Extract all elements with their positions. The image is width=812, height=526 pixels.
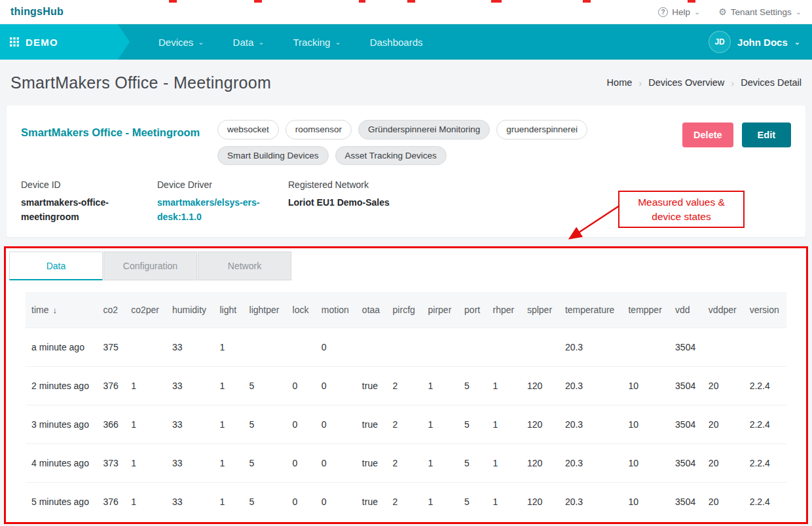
column-header-humidity[interactable]: humidity [166, 292, 213, 328]
table-cell: 10 [622, 482, 669, 521]
chevron-down-icon: ⌄ [694, 9, 700, 16]
tenant-switcher[interactable]: DEMO [0, 24, 130, 60]
column-header-time[interactable]: time↓ [26, 292, 97, 328]
device-card-top: SmartMakers Office - Meetingroom websock… [21, 117, 791, 165]
chevron-down-icon: ⌄ [335, 38, 341, 47]
table-cell: 1 [422, 443, 459, 482]
table-wrap: time↓co2co2perhumiditylightlightperlockm… [6, 280, 806, 521]
breadcrumb-item[interactable]: Devices Overview [648, 77, 724, 88]
nav-item-label: Dashboards [370, 37, 423, 48]
table-cell: 2 minutes ago [26, 366, 97, 405]
column-header-temperature[interactable]: temperature [559, 292, 623, 328]
column-header-pirper[interactable]: pirper [422, 292, 459, 328]
table-cell: 5 [244, 443, 287, 482]
device-field: Device Driversmartmakers/elsys-ers-desk:… [157, 179, 288, 224]
breadcrumb-separator: › [731, 77, 734, 88]
column-header-splper[interactable]: splper [521, 292, 559, 328]
delete-button[interactable]: Delete [682, 122, 733, 147]
device-tag[interactable]: gruenderspinnerei [496, 120, 587, 140]
table-cell: 1 [422, 366, 459, 405]
column-header-motion[interactable]: motion [316, 292, 356, 328]
nav-item-tracking[interactable]: Tracking⌄ [293, 37, 341, 48]
table-cell: 366 [97, 405, 125, 443]
table-cell: 1 [422, 482, 459, 521]
table-cell: 20.3 [559, 482, 623, 521]
field-value: smartmakers-office-meetingroom [21, 196, 138, 224]
tab-data[interactable]: Data [9, 252, 103, 280]
column-header-rhper[interactable]: rhper [487, 292, 521, 328]
crop-artifact [491, 0, 502, 3]
device-tag[interactable]: websocket [217, 120, 279, 140]
column-header-vddper[interactable]: vddper [703, 292, 744, 328]
table-cell: true [356, 405, 387, 443]
brand-logo[interactable]: thingsHub [10, 6, 64, 18]
table-cell: 1 [213, 405, 243, 443]
main-navbar: DEMO Devices⌄Data⌄Tracking⌄Dashboards JD… [0, 24, 812, 60]
breadcrumb-item[interactable]: Home [607, 77, 633, 88]
table-cell: 0 [316, 482, 356, 521]
table-cell: 373 [97, 443, 125, 482]
table-cell: 2.2.4 [744, 366, 786, 405]
crop-artifact [254, 0, 262, 3]
column-header-light[interactable]: light [213, 292, 243, 328]
table-cell: 10 [622, 405, 669, 443]
chevron-down-icon: ⌄ [796, 9, 802, 16]
device-tag[interactable]: Gründerspinnerei Monitoring [358, 120, 490, 140]
edit-button[interactable]: Edit [742, 122, 791, 147]
annotation-text: Measured values & device states [627, 195, 735, 223]
column-header-vdd[interactable]: vdd [669, 292, 703, 328]
table-cell: 2.2.4 [744, 443, 786, 482]
annotation-box: Measured values & device states [618, 191, 745, 228]
field-value: Loriot EU1 Demo-Sales [288, 196, 390, 210]
column-header-otaa[interactable]: otaa [356, 292, 387, 328]
table-cell: 0 [287, 443, 316, 482]
nav-item-devices[interactable]: Devices⌄ [158, 37, 204, 48]
device-tag[interactable]: roomsensor [286, 120, 352, 140]
user-name: John Docs [737, 37, 788, 48]
tenant-settings-menu[interactable]: ⚙ Tenant Settings ⌄ [718, 7, 802, 17]
column-header-port[interactable]: port [458, 292, 487, 328]
table-cell: 0 [287, 405, 316, 443]
nav-item-data[interactable]: Data⌄ [233, 37, 265, 48]
table-cell: 1 [213, 366, 243, 405]
device-tag[interactable]: Asset Tracking Devices [335, 146, 447, 166]
table-body: a minute ago375331020.335042 minutes ago… [26, 328, 786, 521]
device-tag[interactable]: Smart Building Devices [217, 146, 329, 166]
table-cell: 33 [166, 328, 213, 366]
avatar: JD [709, 31, 731, 53]
column-header-tempper[interactable]: tempper [622, 292, 669, 328]
device-driver-link[interactable]: smartmakers/elsys-ers-desk:1.1.0 [157, 196, 274, 224]
nav-item-dashboards[interactable]: Dashboards [370, 37, 423, 48]
table-cell: 0 [316, 405, 356, 443]
tab-configuration[interactable]: Configuration [103, 252, 197, 280]
field-label: Device Driver [157, 179, 288, 190]
field-label: Device ID [21, 179, 157, 190]
table-cell: 5 minutes ago [26, 482, 97, 521]
column-header-lightper[interactable]: lightper [244, 292, 287, 328]
table-cell: 1 [487, 482, 521, 521]
column-header-version[interactable]: version [744, 292, 786, 328]
crop-artifact [359, 0, 365, 3]
table-cell: 1 [487, 366, 521, 405]
data-panel: DataConfigurationNetwork time↓co2co2perh… [4, 246, 808, 524]
table-cell: 0 [287, 366, 316, 405]
tab-network[interactable]: Network [198, 252, 291, 280]
gear-icon: ⚙ [718, 7, 727, 16]
help-icon: ? [658, 7, 668, 17]
screen: thingsHub ? Help ⌄ ⚙ Tenant Settings ⌄ [0, 0, 812, 526]
breadcrumb: Home›Devices Overview›Devices Detail [607, 77, 802, 88]
table-cell: 1 [125, 405, 166, 443]
table-cell: 2 [387, 405, 422, 443]
table-cell: 3 minutes ago [26, 405, 97, 443]
column-header-lock[interactable]: lock [287, 292, 316, 328]
column-header-pircfg[interactable]: pircfg [387, 292, 422, 328]
help-menu[interactable]: ? Help ⌄ [658, 7, 700, 17]
column-header-co2[interactable]: co2 [97, 292, 125, 328]
breadcrumb-item[interactable]: Devices Detail [741, 77, 802, 88]
user-menu[interactable]: JD John Docs ⌄ [709, 31, 800, 53]
table-cell: 120 [521, 366, 559, 405]
column-header-co2per[interactable]: co2per [125, 292, 166, 328]
main-nav: Devices⌄Data⌄Tracking⌄Dashboards [158, 37, 423, 48]
table-cell: 376 [97, 366, 125, 405]
table-cell: 20 [703, 405, 744, 443]
